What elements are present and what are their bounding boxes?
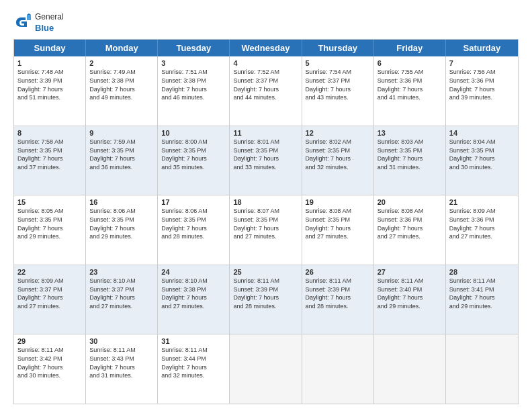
day-number: 25 <box>233 268 298 276</box>
cell-sun-info: Sunrise: 8:06 AMSunset: 3:35 PMDaylight:… <box>161 207 226 240</box>
day-number: 1 <box>17 59 82 67</box>
cell-sun-info: Sunrise: 7:54 AMSunset: 3:37 PMDaylight:… <box>306 68 370 101</box>
logo-container: General Blue <box>13 12 64 34</box>
calendar-header-day: Monday <box>86 40 158 56</box>
calendar-cell: 22Sunrise: 8:09 AMSunset: 3:37 PMDayligh… <box>14 265 86 334</box>
page-header: General Blue <box>13 12 519 34</box>
calendar-cell: 18Sunrise: 8:07 AMSunset: 3:35 PMDayligh… <box>230 195 302 265</box>
calendar-cell: 28Sunrise: 8:11 AMSunset: 3:41 PMDayligh… <box>446 265 518 334</box>
day-number: 13 <box>378 129 442 137</box>
calendar-cell: 23Sunrise: 8:10 AMSunset: 3:37 PMDayligh… <box>86 265 158 334</box>
day-number: 6 <box>378 59 442 67</box>
calendar-cell: 21Sunrise: 8:09 AMSunset: 3:36 PMDayligh… <box>446 195 518 265</box>
day-number: 12 <box>306 129 370 137</box>
day-number: 24 <box>161 268 226 276</box>
cell-sun-info: Sunrise: 8:08 AMSunset: 3:35 PMDaylight:… <box>306 207 370 240</box>
cell-sun-info: Sunrise: 7:52 AMSunset: 3:37 PMDaylight:… <box>233 68 298 101</box>
day-number: 4 <box>233 59 298 67</box>
day-number: 23 <box>89 268 154 276</box>
logo-icon <box>13 13 32 32</box>
page: General Blue SundayMondayTuesdayWednesda… <box>0 0 532 411</box>
cell-sun-info: Sunrise: 8:04 AMSunset: 3:35 PMDaylight:… <box>449 138 515 171</box>
day-number: 17 <box>161 198 226 206</box>
svg-marker-0 <box>27 15 31 20</box>
calendar-cell: 14Sunrise: 8:04 AMSunset: 3:35 PMDayligh… <box>446 126 518 195</box>
cell-sun-info: Sunrise: 7:48 AMSunset: 3:39 PMDaylight:… <box>17 68 82 101</box>
cell-sun-info: Sunrise: 8:11 AMSunset: 3:39 PMDaylight:… <box>306 277 370 310</box>
cell-sun-info: Sunrise: 8:07 AMSunset: 3:35 PMDaylight:… <box>233 207 298 240</box>
cell-sun-info: Sunrise: 8:01 AMSunset: 3:35 PMDaylight:… <box>233 138 298 171</box>
calendar-cell: 27Sunrise: 8:11 AMSunset: 3:40 PMDayligh… <box>374 265 446 334</box>
calendar-cell: 29Sunrise: 8:11 AMSunset: 3:42 PMDayligh… <box>14 334 86 404</box>
cell-sun-info: Sunrise: 7:59 AMSunset: 3:35 PMDaylight:… <box>89 138 154 171</box>
cell-sun-info: Sunrise: 8:06 AMSunset: 3:35 PMDaylight:… <box>89 207 154 240</box>
day-number: 19 <box>306 198 370 206</box>
calendar-header: SundayMondayTuesdayWednesdayThursdayFrid… <box>14 40 518 56</box>
calendar-cell: 26Sunrise: 8:11 AMSunset: 3:39 PMDayligh… <box>302 265 374 334</box>
day-number: 10 <box>161 129 226 137</box>
cell-sun-info: Sunrise: 8:00 AMSunset: 3:35 PMDaylight:… <box>161 138 226 171</box>
day-number: 16 <box>89 198 154 206</box>
cell-sun-info: Sunrise: 8:11 AMSunset: 3:43 PMDaylight:… <box>89 346 154 379</box>
cell-sun-info: Sunrise: 8:09 AMSunset: 3:37 PMDaylight:… <box>17 277 82 310</box>
cell-sun-info: Sunrise: 8:02 AMSunset: 3:35 PMDaylight:… <box>306 138 370 171</box>
cell-sun-info: Sunrise: 8:11 AMSunset: 3:39 PMDaylight:… <box>233 277 298 310</box>
day-number: 28 <box>449 268 515 276</box>
calendar-cell: 12Sunrise: 8:02 AMSunset: 3:35 PMDayligh… <box>302 126 374 195</box>
calendar-cell: 19Sunrise: 8:08 AMSunset: 3:35 PMDayligh… <box>302 195 374 265</box>
calendar-header-day: Sunday <box>14 40 86 56</box>
calendar-cell: 20Sunrise: 8:08 AMSunset: 3:36 PMDayligh… <box>374 195 446 265</box>
calendar-header-day: Friday <box>374 40 446 56</box>
day-number: 21 <box>449 198 515 206</box>
day-number: 31 <box>161 337 226 345</box>
cell-sun-info: Sunrise: 8:05 AMSunset: 3:35 PMDaylight:… <box>17 207 82 240</box>
day-number: 22 <box>17 268 82 276</box>
day-number: 26 <box>306 268 370 276</box>
calendar-row: 1Sunrise: 7:48 AMSunset: 3:39 PMDaylight… <box>14 56 518 126</box>
logo-text: General Blue <box>35 12 64 34</box>
cell-sun-info: Sunrise: 7:55 AMSunset: 3:36 PMDaylight:… <box>378 68 442 101</box>
calendar-cell: 15Sunrise: 8:05 AMSunset: 3:35 PMDayligh… <box>14 195 86 265</box>
calendar-row: 15Sunrise: 8:05 AMSunset: 3:35 PMDayligh… <box>14 195 518 265</box>
cell-sun-info: Sunrise: 8:09 AMSunset: 3:36 PMDaylight:… <box>449 207 515 240</box>
day-number: 27 <box>378 268 442 276</box>
calendar-cell: 25Sunrise: 8:11 AMSunset: 3:39 PMDayligh… <box>230 265 302 334</box>
calendar-header-day: Wednesday <box>230 40 302 56</box>
calendar-row: 22Sunrise: 8:09 AMSunset: 3:37 PMDayligh… <box>14 265 518 334</box>
calendar-cell: 31Sunrise: 8:11 AMSunset: 3:44 PMDayligh… <box>158 334 230 404</box>
calendar-cell: 8Sunrise: 7:58 AMSunset: 3:35 PMDaylight… <box>14 126 86 195</box>
day-number: 15 <box>17 198 82 206</box>
cell-sun-info: Sunrise: 7:58 AMSunset: 3:35 PMDaylight:… <box>17 138 82 171</box>
calendar-cell: 7Sunrise: 7:56 AMSunset: 3:36 PMDaylight… <box>446 56 518 126</box>
calendar-body: 1Sunrise: 7:48 AMSunset: 3:39 PMDaylight… <box>14 56 518 404</box>
day-number: 29 <box>17 337 82 345</box>
cell-sun-info: Sunrise: 8:11 AMSunset: 3:41 PMDaylight:… <box>449 277 515 310</box>
calendar-cell: 10Sunrise: 8:00 AMSunset: 3:35 PMDayligh… <box>158 126 230 195</box>
logo: General Blue <box>13 12 64 34</box>
calendar-cell: 13Sunrise: 8:03 AMSunset: 3:35 PMDayligh… <box>374 126 446 195</box>
calendar-cell: 5Sunrise: 7:54 AMSunset: 3:37 PMDaylight… <box>302 56 374 126</box>
calendar-cell: 4Sunrise: 7:52 AMSunset: 3:37 PMDaylight… <box>230 56 302 126</box>
day-number: 2 <box>89 59 154 67</box>
day-number: 3 <box>161 59 226 67</box>
day-number: 20 <box>378 198 442 206</box>
calendar-cell: 3Sunrise: 7:51 AMSunset: 3:38 PMDaylight… <box>158 56 230 126</box>
calendar-cell: 24Sunrise: 8:10 AMSunset: 3:38 PMDayligh… <box>158 265 230 334</box>
cell-sun-info: Sunrise: 8:11 AMSunset: 3:42 PMDaylight:… <box>17 346 82 379</box>
cell-sun-info: Sunrise: 7:56 AMSunset: 3:36 PMDaylight:… <box>449 68 515 101</box>
day-number: 11 <box>233 129 298 137</box>
day-number: 7 <box>449 59 515 67</box>
calendar-cell: 6Sunrise: 7:55 AMSunset: 3:36 PMDaylight… <box>374 56 446 126</box>
calendar-cell: 1Sunrise: 7:48 AMSunset: 3:39 PMDaylight… <box>14 56 86 126</box>
calendar-cell: 11Sunrise: 8:01 AMSunset: 3:35 PMDayligh… <box>230 126 302 195</box>
day-number: 18 <box>233 198 298 206</box>
calendar-row: 29Sunrise: 8:11 AMSunset: 3:42 PMDayligh… <box>14 334 518 404</box>
cell-sun-info: Sunrise: 8:10 AMSunset: 3:37 PMDaylight:… <box>89 277 154 310</box>
day-number: 9 <box>89 129 154 137</box>
cell-sun-info: Sunrise: 8:03 AMSunset: 3:35 PMDaylight:… <box>378 138 442 171</box>
calendar-cell: 9Sunrise: 7:59 AMSunset: 3:35 PMDaylight… <box>86 126 158 195</box>
day-number: 5 <box>306 59 370 67</box>
calendar: SundayMondayTuesdayWednesdayThursdayFrid… <box>13 39 519 404</box>
calendar-row: 8Sunrise: 7:58 AMSunset: 3:35 PMDaylight… <box>14 126 518 195</box>
calendar-cell: 2Sunrise: 7:49 AMSunset: 3:38 PMDaylight… <box>86 56 158 126</box>
